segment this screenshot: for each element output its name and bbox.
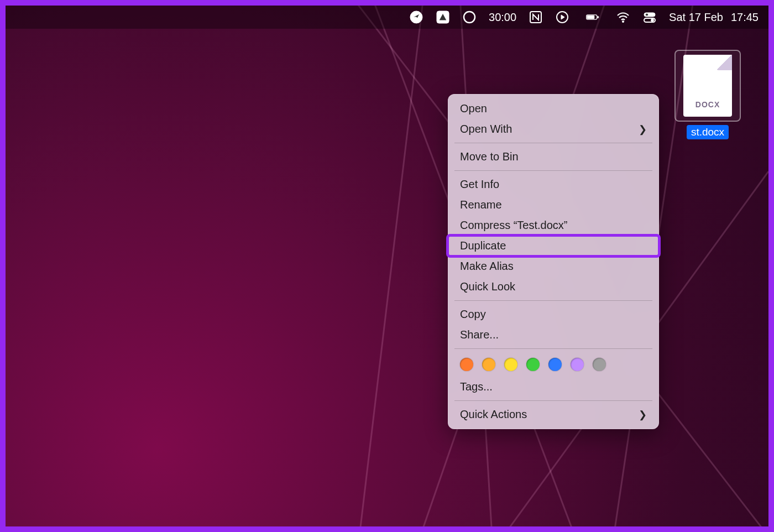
play-circle-icon[interactable] bbox=[555, 10, 569, 24]
location-icon[interactable] bbox=[409, 10, 423, 24]
svg-point-12 bbox=[651, 19, 654, 22]
file-name-label: st.docx bbox=[687, 125, 729, 139]
menu-separator bbox=[454, 300, 652, 301]
file-icon-selection: DOCX bbox=[674, 50, 741, 122]
battery-icon[interactable] bbox=[582, 10, 604, 24]
menu-label: Copy bbox=[460, 308, 486, 321]
menu-label: Quick Actions bbox=[460, 408, 527, 421]
control-center-icon[interactable] bbox=[642, 10, 657, 24]
menu-item-compress[interactable]: Compress “Test.docx” bbox=[448, 215, 659, 236]
menu-item-open[interactable]: Open bbox=[448, 98, 659, 119]
menu-separator bbox=[454, 143, 652, 143]
tag-color-gray[interactable] bbox=[593, 358, 606, 371]
chevron-right-icon: ❯ bbox=[639, 123, 647, 135]
svg-rect-7 bbox=[597, 16, 598, 18]
tag-color-red[interactable] bbox=[460, 358, 473, 371]
notion-icon[interactable] bbox=[529, 10, 543, 24]
menu-item-get-info[interactable]: Get Info bbox=[448, 174, 659, 195]
menu-label: Get Info bbox=[460, 178, 499, 191]
file-ext-label: DOCX bbox=[695, 100, 720, 109]
menu-tag-color-row bbox=[448, 352, 659, 377]
tag-color-blue[interactable] bbox=[548, 358, 562, 371]
chevron-right-icon: ❯ bbox=[639, 409, 647, 421]
timer-display[interactable]: 30:00 bbox=[489, 11, 516, 24]
desktop-file[interactable]: DOCX st.docx bbox=[674, 50, 741, 139]
menu-item-make-alias[interactable]: Make Alias bbox=[448, 256, 659, 277]
svg-point-8 bbox=[622, 20, 624, 22]
menu-separator bbox=[454, 348, 652, 349]
context-menu: Open Open With ❯ Move to Bin Get Info Re… bbox=[448, 94, 659, 429]
svg-point-10 bbox=[646, 13, 649, 16]
menu-label: Share... bbox=[460, 328, 499, 341]
menu-separator bbox=[454, 400, 652, 401]
menu-label: Tags... bbox=[460, 380, 493, 393]
date-display: Sat 17 Feb bbox=[669, 11, 723, 24]
menu-item-copy[interactable]: Copy bbox=[448, 304, 659, 325]
record-circle-icon[interactable] bbox=[462, 10, 477, 24]
menu-item-quick-look[interactable]: Quick Look bbox=[448, 277, 659, 297]
menu-label: Rename bbox=[460, 199, 502, 211]
svg-point-2 bbox=[464, 12, 475, 23]
menu-label: Make Alias bbox=[460, 260, 514, 273]
menu-label: Move to Bin bbox=[460, 150, 519, 163]
menu-item-share[interactable]: Share... bbox=[448, 325, 659, 345]
wifi-icon[interactable] bbox=[616, 10, 630, 24]
menu-label: Duplicate bbox=[460, 239, 506, 252]
menu-item-tags[interactable]: Tags... bbox=[448, 377, 659, 397]
menu-item-rename[interactable]: Rename bbox=[448, 195, 659, 215]
menu-label: Open bbox=[460, 102, 487, 115]
menu-item-quick-actions[interactable]: Quick Actions ❯ bbox=[448, 404, 659, 425]
tag-color-orange[interactable] bbox=[482, 358, 495, 371]
menu-label: Compress “Test.docx” bbox=[460, 219, 568, 232]
tag-color-green[interactable] bbox=[526, 358, 540, 371]
menu-item-duplicate[interactable]: Duplicate bbox=[448, 236, 659, 256]
svg-rect-6 bbox=[587, 15, 594, 19]
menu-bar-clock[interactable]: Sat 17 Feb 17:45 bbox=[669, 11, 759, 24]
menu-separator bbox=[454, 170, 652, 171]
docx-file-icon: DOCX bbox=[683, 55, 732, 117]
menu-label: Quick Look bbox=[460, 280, 515, 293]
menu-item-open-with[interactable]: Open With ❯ bbox=[448, 119, 659, 139]
tag-color-purple[interactable] bbox=[571, 358, 584, 371]
menu-bar: 30:00 Sat 17 Feb 17:45 bbox=[6, 6, 768, 29]
desktop-frame: 30:00 Sat 17 Feb 17:45 DOCX st.docx bbox=[0, 0, 774, 532]
tag-color-yellow[interactable] bbox=[504, 358, 517, 371]
menu-label: Open With bbox=[460, 123, 512, 135]
menu-item-move-to-bin[interactable]: Move to Bin bbox=[448, 147, 659, 167]
time-display: 17:45 bbox=[731, 11, 759, 24]
triangle-app-icon[interactable] bbox=[436, 10, 450, 24]
